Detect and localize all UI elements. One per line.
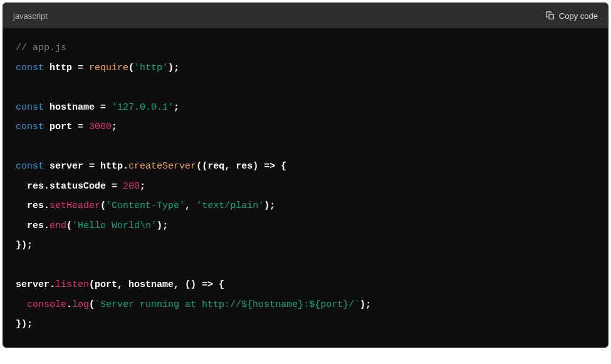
code-content: // app.js const http = require('http'); … bbox=[3, 28, 608, 347]
code-token: => bbox=[202, 279, 213, 290]
code-token: createServer bbox=[128, 161, 196, 172]
code-token: { bbox=[213, 279, 224, 290]
code-line: const port = 3000; bbox=[16, 117, 595, 137]
code-token: 'Hello World\n' bbox=[72, 221, 157, 231]
code-token: = bbox=[95, 102, 112, 113]
code-line bbox=[16, 256, 595, 276]
code-token: console bbox=[27, 299, 66, 310]
code-line: server.listen(port, hostname, () => { bbox=[16, 275, 595, 295]
code-token: = bbox=[83, 161, 100, 172]
code-token: // app.js bbox=[16, 43, 66, 53]
code-block: javascript Copy code // app.js const htt… bbox=[3, 3, 608, 348]
code-token: res bbox=[27, 200, 44, 211]
language-label: javascript bbox=[13, 11, 48, 21]
code-token: }); bbox=[16, 240, 33, 251]
code-token: . bbox=[50, 279, 55, 290]
code-token: 'Content-Type' bbox=[106, 200, 185, 211]
code-token: require bbox=[89, 63, 128, 73]
code-token: ; bbox=[162, 221, 168, 231]
copy-label: Copy code bbox=[559, 11, 598, 21]
svg-rect-0 bbox=[549, 14, 553, 19]
code-token: ( bbox=[66, 221, 72, 231]
code-token: http bbox=[100, 161, 123, 172]
code-token bbox=[44, 161, 50, 172]
code-token: . bbox=[44, 181, 50, 192]
code-line: // app.js bbox=[16, 38, 595, 58]
code-token: 200 bbox=[123, 181, 140, 192]
code-token: ; bbox=[174, 102, 179, 113]
code-token: ( bbox=[100, 200, 106, 211]
code-token: 3000 bbox=[89, 122, 112, 132]
code-token: ) bbox=[157, 221, 162, 231]
code-token: const bbox=[16, 102, 44, 113]
code-token: 'http' bbox=[134, 63, 168, 73]
code-token: `Server running at http://${hostname}:${… bbox=[95, 299, 360, 310]
code-token: const bbox=[16, 161, 44, 172]
code-token: = bbox=[72, 63, 89, 73]
code-token: ) bbox=[264, 200, 269, 211]
code-line bbox=[16, 137, 595, 157]
code-header: javascript Copy code bbox=[3, 3, 608, 28]
code-token: hostname bbox=[50, 102, 95, 113]
code-token: ; bbox=[140, 181, 145, 192]
code-token: = bbox=[72, 122, 89, 132]
copy-code-button[interactable]: Copy code bbox=[545, 11, 598, 21]
code-token: log bbox=[72, 299, 89, 310]
code-line bbox=[16, 78, 595, 98]
code-token: port bbox=[50, 122, 72, 132]
code-token: . bbox=[123, 161, 128, 172]
code-token: ) bbox=[168, 63, 174, 73]
code-token: => bbox=[264, 161, 275, 172]
code-token bbox=[16, 181, 27, 192]
code-token: }); bbox=[16, 319, 33, 330]
code-token: server bbox=[50, 161, 83, 172]
code-token bbox=[44, 122, 50, 132]
code-token: http bbox=[50, 63, 72, 73]
code-line: res.end('Hello World\n'); bbox=[16, 216, 595, 236]
code-line: const http = require('http'); bbox=[16, 58, 595, 78]
code-token: statusCode bbox=[50, 181, 106, 192]
code-line: }); bbox=[16, 315, 595, 335]
code-line: const hostname = '127.0.0.1'; bbox=[16, 98, 595, 118]
code-token: ((req, res) bbox=[196, 161, 264, 172]
code-token: 'text/plain' bbox=[196, 200, 264, 211]
code-token: ; bbox=[112, 122, 117, 132]
code-token bbox=[16, 299, 27, 310]
code-token: (port, hostname, () bbox=[89, 279, 202, 290]
code-token: '127.0.0.1' bbox=[112, 102, 174, 113]
code-token: . bbox=[44, 221, 50, 231]
code-line: res.setHeader('Content-Type', 'text/plai… bbox=[16, 196, 595, 216]
code-token bbox=[44, 102, 50, 113]
code-line: console.log(`Server running at http://${… bbox=[16, 295, 595, 315]
code-token: ); bbox=[360, 299, 371, 310]
code-token bbox=[16, 200, 27, 211]
code-token: res bbox=[27, 221, 44, 231]
code-token: server bbox=[16, 279, 50, 290]
code-token: listen bbox=[55, 279, 89, 290]
code-token: setHeader bbox=[50, 200, 100, 211]
copy-icon bbox=[545, 11, 555, 21]
code-token: ; bbox=[269, 200, 275, 211]
code-token: . bbox=[66, 299, 72, 310]
code-line: }); bbox=[16, 236, 595, 256]
code-token: . bbox=[44, 200, 50, 211]
code-token: { bbox=[275, 161, 286, 172]
code-token: res bbox=[27, 181, 44, 192]
code-token: ; bbox=[174, 63, 179, 73]
code-line: res.statusCode = 200; bbox=[16, 177, 595, 197]
code-token: , bbox=[185, 200, 196, 211]
code-token: = bbox=[106, 181, 123, 192]
code-token bbox=[44, 63, 50, 73]
code-token: end bbox=[50, 221, 66, 231]
code-token: ( bbox=[89, 299, 95, 310]
code-token bbox=[16, 221, 27, 231]
code-token: const bbox=[16, 122, 44, 132]
code-token: ( bbox=[128, 63, 134, 73]
code-token: const bbox=[16, 63, 44, 73]
code-line: const server = http.createServer((req, r… bbox=[16, 157, 595, 177]
